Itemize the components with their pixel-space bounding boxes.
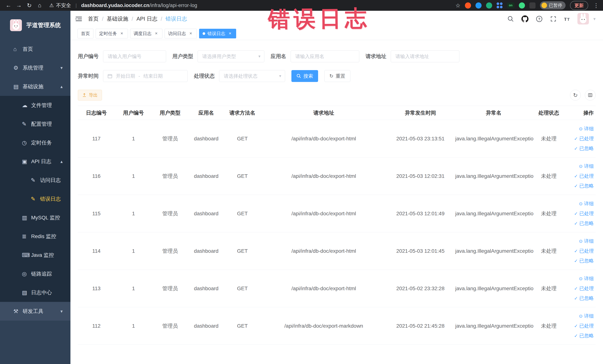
column-settings-button[interactable] (585, 90, 596, 101)
calendar-icon (107, 73, 113, 79)
sidebar-item-log-center[interactable]: ▧日志中心 (0, 283, 70, 302)
tag-close-icon[interactable]: × (188, 31, 193, 36)
extension-icon[interactable] (486, 2, 492, 9)
action-detail[interactable]: ⊙详细 (566, 311, 594, 321)
hamburger-icon[interactable] (75, 16, 82, 22)
action-ignore[interactable]: ✓已忽略 (566, 256, 594, 266)
sidebar-item-mysql[interactable]: ▥MySQL 监控 (0, 208, 70, 227)
bookmark-star-icon[interactable]: ☆ (455, 2, 461, 9)
check-icon: ✓ (574, 136, 578, 141)
tag-job-log[interactable]: 调度日志× (130, 29, 162, 38)
tag-error-log[interactable]: 错误日志× (199, 29, 236, 38)
app-name-input[interactable] (291, 50, 359, 62)
sidebar-item-redis[interactable]: ≣Redis 监控 (0, 227, 70, 246)
action-detail[interactable]: ⊙详细 (566, 199, 594, 209)
sidebar-item-java[interactable]: ⌨Java 监控 (0, 246, 70, 264)
cell-user-type: 管理员 (152, 173, 188, 180)
fullscreen-icon[interactable] (550, 16, 557, 22)
search-icon[interactable] (507, 16, 514, 22)
avatar[interactable] (577, 13, 589, 25)
edit-icon: ✎ (22, 121, 31, 127)
eye-icon: ⊙ (579, 126, 583, 131)
address-bar[interactable]: dashboard.yudao.iocoder.cn/infra/log/api… (81, 3, 197, 8)
tag-home[interactable]: 首页 (78, 29, 93, 38)
help-icon[interactable]: ? (536, 16, 543, 22)
security-label: 不安全 (56, 2, 71, 9)
tag-close-icon[interactable]: × (154, 31, 159, 36)
cell-time: 2021-05-03 12:02:31 (387, 173, 454, 179)
sidebar-item-label: 研发工具 (23, 308, 43, 315)
sidebar-item-api-log[interactable]: ▣API 日志▴ (0, 152, 70, 171)
sidebar-item-job[interactable]: ◷定时任务 (0, 133, 70, 152)
browser-menu-icon[interactable]: ⋮ (593, 2, 599, 9)
exception-time-range-picker[interactable]: 开始日期 - 结束日期 (103, 70, 188, 82)
tag-job[interactable]: 定时任务× (96, 29, 128, 38)
sidebar-item-error-log[interactable]: ✎错误日志 (0, 189, 70, 208)
action-ignore[interactable]: ✓已忽略 (566, 331, 594, 341)
tag-access-log[interactable]: 访问日志× (165, 29, 197, 38)
sidebar-item-trace[interactable]: ◎链路追踪 (0, 264, 70, 283)
cell-exception: java.lang.IllegalArgumentException (454, 211, 533, 217)
github-icon[interactable] (522, 15, 529, 23)
action-processed[interactable]: ✓已处理 (566, 134, 594, 143)
search-button[interactable]: 搜索 (291, 70, 318, 82)
sidebar-item-home[interactable]: ⌂首页 (0, 40, 70, 59)
extension-icon[interactable] (465, 2, 471, 9)
action-detail[interactable]: ⊙详细 (566, 161, 594, 171)
browser-update-button[interactable]: 更新 (570, 1, 588, 10)
action-ignore[interactable]: ✓已忽略 (566, 143, 594, 153)
gear-icon: ⚙ (13, 65, 23, 71)
trace-eye-icon: ◎ (22, 270, 31, 277)
eye-icon: ⊙ (579, 276, 583, 281)
action-processed[interactable]: ✓已处理 (566, 246, 594, 256)
breadcrumb-item[interactable]: 首页 (88, 15, 99, 23)
action-processed[interactable]: ✓已处理 (566, 321, 594, 331)
row-actions: ⊙详细✓已处理✓已忽略 (564, 311, 596, 341)
extension-grid-icon[interactable] (497, 2, 502, 8)
action-ignore[interactable]: ✓已忽略 (566, 293, 594, 303)
tag-close-icon[interactable]: × (227, 31, 233, 36)
action-detail[interactable]: ⊙详细 (566, 124, 594, 134)
forward-icon[interactable]: → (14, 2, 23, 9)
cell-url: /api/infra/db-doc/export-html (260, 211, 387, 217)
extension-icon[interactable] (475, 2, 482, 9)
refresh-table-button[interactable]: ↻ (570, 90, 581, 101)
chevron-down-icon: ▾ (258, 54, 260, 59)
tag-close-icon[interactable]: × (119, 31, 124, 36)
action-ignore[interactable]: ✓已忽略 (566, 181, 594, 191)
browser-home-icon[interactable]: ⌂ (35, 2, 44, 9)
sidebar-item-access-log[interactable]: ✎访问日志 (0, 171, 70, 189)
sidebar-item-system[interactable]: ⚙系统管理▾ (0, 59, 70, 77)
reload-icon[interactable]: ↻ (25, 2, 34, 9)
font-size-icon[interactable]: тT (564, 16, 570, 22)
action-detail[interactable]: ⊙详细 (566, 236, 594, 246)
user-type-select[interactable]: 请选择用户类型 ▾ (197, 50, 264, 62)
back-icon[interactable]: ← (4, 2, 13, 9)
sidebar-item-infra[interactable]: ▤基础设施▴ (0, 77, 70, 96)
request-url-input[interactable] (391, 50, 459, 62)
export-button[interactable]: 导出 (78, 90, 102, 101)
extension-on-icon[interactable]: on (507, 3, 514, 8)
action-processed[interactable]: ✓已处理 (566, 283, 594, 293)
action-detail[interactable]: ⊙详细 (566, 274, 594, 283)
sidebar-item-devtools[interactable]: ⚒研发工具▾ (0, 302, 70, 321)
extension-icon[interactable] (519, 2, 525, 9)
cloud-icon: ☁ (22, 102, 31, 108)
action-processed[interactable]: ✓已处理 (566, 209, 594, 218)
sidebar-item-file[interactable]: ☁文件管理 (0, 96, 70, 115)
extension-icon[interactable] (529, 2, 535, 9)
action-ignore[interactable]: ✓已忽略 (566, 218, 594, 228)
user-id-input[interactable] (103, 50, 166, 62)
avatar-caret-icon[interactable]: ▾ (593, 16, 596, 22)
process-status-select[interactable]: 请选择处理状态 ▾ (219, 70, 285, 82)
reset-button[interactable]: ↻ 重置 (325, 70, 350, 82)
check-icon: ✓ (574, 221, 578, 226)
paused-badge[interactable]: 已暂停 (540, 1, 566, 10)
breadcrumb-item[interactable]: 基础设施 (107, 15, 128, 23)
action-processed[interactable]: ✓已处理 (566, 171, 594, 181)
security-chip[interactable]: ⚠ 不安全 (49, 2, 71, 9)
cell-time: 2021-05-02 21:45:28 (387, 323, 454, 329)
sidebar-item-config[interactable]: ✎配置管理 (0, 115, 70, 133)
column-header: 操作 (564, 109, 596, 117)
breadcrumb-item[interactable]: API 日志 (136, 15, 157, 23)
